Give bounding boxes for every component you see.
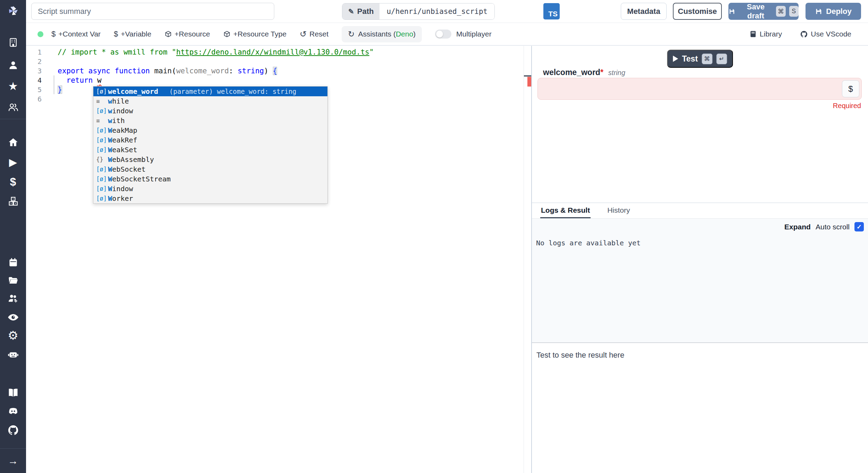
overview-ruler[interactable] [524, 46, 531, 473]
path-chip[interactable]: ✎ Path [342, 3, 379, 19]
test-button[interactable]: Test ⌘ ↵ [667, 50, 733, 68]
sidebar-item-audit-logs[interactable] [0, 310, 26, 324]
symbol-variable-icon: [ø] [96, 166, 108, 173]
sidebar-item-folders[interactable] [0, 274, 26, 287]
folder-open-icon [8, 275, 19, 286]
sidebar-item-favorites[interactable]: ★ [0, 79, 26, 93]
add-context-var-button[interactable]: $ +Context Var [51, 30, 101, 38]
library-button[interactable]: Library [749, 30, 782, 38]
add-resource-type-label: +Resource Type [233, 30, 286, 38]
test-label: Test [682, 54, 698, 64]
multiplayer-control: Multiplayer [435, 30, 492, 39]
suggestion-item[interactable]: [ø] WeakMap [93, 125, 327, 135]
code-line-2: 2 [26, 57, 524, 66]
script-path-value[interactable]: u/henri/unbiased_script [379, 3, 494, 19]
sidebar-item-runs[interactable]: ▶ [0, 155, 26, 169]
add-variable-button[interactable]: $ +Variable [114, 30, 151, 38]
bracket-scope-guide [54, 75, 54, 94]
suggestion-item[interactable]: [ø] WebSocket [93, 164, 327, 174]
suggestion-item[interactable]: ≡ while [93, 96, 327, 106]
suggestion-item[interactable]: ≡ with [93, 116, 327, 125]
sidebar-item-groups[interactable] [0, 100, 26, 114]
github-icon [7, 424, 19, 436]
sidebar-item-workers-groups[interactable] [0, 292, 26, 305]
suggestion-detail: (parameter) welcome_word: string [169, 88, 297, 95]
line-number: 3 [26, 67, 42, 75]
symbol-variable-icon: [ø] [96, 137, 108, 144]
suggestion-item[interactable]: [ø] welcome_word (parameter) welcome_wor… [93, 87, 327, 96]
deploy-button[interactable]: Deploy [806, 3, 861, 20]
windmill-logo[interactable] [0, 3, 26, 19]
github-icon [800, 30, 808, 38]
sidebar-item-docs[interactable] [0, 386, 26, 400]
suggestion-item[interactable]: [ø] window [93, 106, 327, 116]
star-icon: ★ [8, 81, 18, 92]
tab-history[interactable]: History [607, 203, 631, 218]
sidebar-item-workers[interactable] [0, 348, 26, 361]
suggestion-item[interactable]: [ø] Worker [93, 194, 327, 203]
refresh-icon: ↻ [348, 30, 354, 39]
add-resource-type-button[interactable]: +Resource Type [223, 30, 286, 38]
code-editor[interactable]: 1 // import * as wmill from "https://den… [26, 46, 531, 473]
user-icon [8, 60, 19, 71]
typescript-badge: TS [543, 3, 560, 19]
required-hint: Required [833, 102, 861, 110]
reset-label: Reset [309, 30, 328, 38]
symbol-variable-icon: [ø] [96, 88, 108, 95]
sidebar-item-variables[interactable]: $ [0, 175, 26, 189]
result-placeholder: Test to see the result here [536, 351, 624, 360]
customise-button[interactable]: Customise [673, 3, 722, 20]
save-draft-button[interactable]: Save draft ⌘ S [728, 3, 799, 20]
sidebar-item-github[interactable] [0, 423, 26, 437]
box-icon [223, 31, 231, 38]
bottom-tabs-section: Logs & Result History [532, 203, 868, 219]
multiplayer-toggle[interactable] [435, 30, 451, 39]
sidebar-item-discord[interactable] [0, 405, 26, 418]
suggestion-item[interactable]: [ø] WeakSet [93, 145, 327, 155]
sidebar-item-user[interactable] [0, 58, 26, 72]
autoscroll-checkbox[interactable]: ✓ [854, 222, 864, 231]
play-icon [673, 56, 678, 62]
box-icon [165, 31, 172, 38]
code-line-4: 4 return w [26, 75, 524, 85]
symbol-variable-icon: [ø] [96, 127, 108, 134]
tab-bar: Logs & Result History [532, 203, 868, 219]
cursor-marker [524, 75, 532, 76]
script-path-control[interactable]: ✎ Path u/henri/unbiased_script [342, 3, 495, 20]
suggestion-item[interactable]: {} WebAssembly [93, 155, 327, 164]
sidebar-collapse-button[interactable]: → [0, 454, 26, 468]
add-resource-button[interactable]: +Resource [165, 30, 210, 38]
deploy-label: Deploy [826, 7, 851, 16]
sidebar-item-home[interactable] [0, 136, 26, 149]
suggestion-item[interactable]: [ø] WebSocketStream [93, 174, 327, 184]
play-icon: ▶ [9, 157, 17, 168]
kbd-cmd: ⌘ [776, 6, 785, 17]
suggestion-item[interactable]: [ø] Window [93, 184, 327, 194]
error-token: w [97, 76, 102, 84]
sidebar-item-workspace[interactable] [0, 35, 26, 49]
autocomplete-widget: [ø] welcome_word (parameter) welcome_wor… [93, 86, 328, 204]
symbol-variable-icon: [ø] [96, 176, 108, 182]
sidebar-item-settings[interactable]: ⚙ [0, 328, 26, 342]
sidebar-item-resources[interactable] [0, 194, 26, 208]
arrow-right-icon: → [8, 456, 18, 466]
tab-logs-result[interactable]: Logs & Result [540, 203, 591, 218]
expand-button[interactable]: Expand [784, 223, 811, 231]
import-url: https://deno.land/x/windmill@v1.130.0/mo… [176, 48, 369, 56]
result-area: Test to see the result here [532, 343, 868, 473]
script-summary-input[interactable] [31, 3, 274, 20]
app-sidebar: ★ ▶ $ [0, 0, 26, 473]
insert-variable-button[interactable]: $ [842, 80, 859, 97]
assistants-button[interactable]: ↻ Assistants (Deno) [342, 26, 422, 42]
argument-input[interactable]: $ [537, 78, 862, 100]
use-vscode-button[interactable]: Use VScode [800, 30, 851, 38]
reset-button[interactable]: ↺ Reset [300, 30, 328, 38]
sidebar-item-schedules[interactable] [0, 255, 26, 269]
logs-controls: Expand Auto scroll ✓ [784, 222, 864, 231]
suggestion-item[interactable]: [ø] WeakRef [93, 135, 327, 145]
book-open-icon [7, 387, 19, 399]
logs-area: Expand Auto scroll ✓ No logs are availab… [532, 219, 868, 342]
line-number: 1 [26, 48, 42, 56]
metadata-button[interactable]: Metadata [621, 3, 667, 20]
assistants-label: Assistants (Deno) [358, 30, 416, 38]
